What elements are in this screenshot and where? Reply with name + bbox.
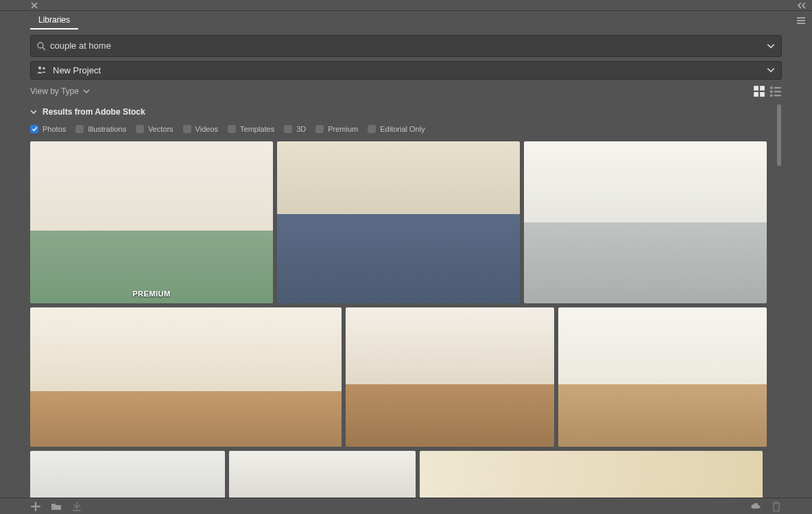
checkbox-icon <box>368 125 376 133</box>
stock-thumbnail[interactable] <box>346 307 554 447</box>
svg-point-2 <box>43 67 45 70</box>
stock-thumbnail[interactable] <box>30 307 342 447</box>
checkbox-icon <box>183 125 191 133</box>
view-options-row: View by Type <box>30 81 782 101</box>
filter-label: 3D <box>296 125 306 133</box>
result-filters: PhotosIllustrationsVectorsVideosTemplate… <box>30 121 772 137</box>
filter-label: Vectors <box>148 125 174 133</box>
library-select-label: New Project <box>53 65 766 75</box>
checkbox-icon <box>30 125 38 133</box>
tab-libraries-label: Libraries <box>38 15 70 25</box>
stock-thumbnail[interactable] <box>277 141 520 303</box>
results-scrollbar[interactable] <box>776 102 782 498</box>
chevron-down-icon <box>30 108 37 115</box>
filter-3d[interactable]: 3D <box>284 125 306 133</box>
layout-toggle <box>753 85 782 97</box>
results-scroll[interactable]: Results from Adobe Stock PhotosIllustrat… <box>30 102 776 498</box>
results-section-header[interactable]: Results from Adobe Stock <box>30 104 772 119</box>
premium-badge: PREMIUM <box>132 290 170 298</box>
checkbox-icon <box>136 125 144 133</box>
stock-thumbnail[interactable] <box>558 307 767 447</box>
panel-inner: New Project View by Type <box>30 30 782 498</box>
list-view-button[interactable] <box>769 85 782 97</box>
filter-label: Premium <box>328 125 358 133</box>
stock-thumbnail[interactable] <box>420 451 763 498</box>
filter-label: Videos <box>195 125 218 133</box>
filter-illustrations[interactable]: Illustrations <box>75 125 126 133</box>
import-button <box>71 501 82 512</box>
checkbox-icon <box>228 125 236 133</box>
open-folder-button[interactable] <box>51 501 62 512</box>
add-button[interactable] <box>30 501 41 512</box>
svg-point-1 <box>38 67 41 69</box>
filter-photos[interactable]: Photos <box>30 125 66 133</box>
svg-rect-4 <box>760 86 765 91</box>
svg-rect-9 <box>770 91 772 93</box>
checkbox-icon <box>315 125 324 133</box>
chevron-down-icon <box>83 88 90 95</box>
stock-thumbnail[interactable] <box>229 451 416 498</box>
filter-videos[interactable]: Videos <box>183 125 218 133</box>
people-icon <box>36 65 47 75</box>
svg-point-0 <box>38 43 43 48</box>
svg-rect-5 <box>754 92 759 97</box>
panel-top-strip <box>0 0 812 11</box>
svg-rect-6 <box>760 92 765 97</box>
search-icon <box>36 41 46 51</box>
results-row <box>30 307 772 447</box>
view-by-dropdown[interactable]: View by Type <box>30 86 90 96</box>
stock-thumbnail[interactable]: PREMIUM <box>30 141 273 303</box>
filter-editorial[interactable]: Editorial Only <box>368 125 425 133</box>
stock-thumbnail[interactable] <box>30 451 225 498</box>
delete-button <box>771 501 782 512</box>
filter-label: Templates <box>240 125 274 133</box>
filter-premium[interactable]: Premium <box>315 125 358 133</box>
filter-templates[interactable]: Templates <box>228 125 274 133</box>
results-row: PREMIUM <box>30 141 772 303</box>
filter-label: Editorial Only <box>380 125 425 133</box>
search-scope-dropdown-icon[interactable] <box>766 41 776 51</box>
svg-rect-10 <box>774 91 781 92</box>
svg-rect-8 <box>774 87 781 89</box>
stock-thumbnail[interactable] <box>524 141 767 303</box>
filter-vectors[interactable]: Vectors <box>136 125 174 133</box>
results-section-title: Results from Adobe Stock <box>43 107 145 117</box>
panel-menu-icon[interactable] <box>796 15 807 26</box>
results-row <box>30 451 772 498</box>
checkbox-icon <box>75 125 84 133</box>
libraries-panel: Libraries New Project <box>0 0 812 514</box>
library-select[interactable]: New Project <box>30 61 782 80</box>
svg-rect-12 <box>774 95 781 96</box>
checkbox-icon <box>284 125 292 133</box>
view-by-label: View by Type <box>30 86 79 96</box>
panel-footer <box>0 498 812 514</box>
scrollbar-thumb[interactable] <box>777 104 781 166</box>
tab-libraries[interactable]: Libraries <box>30 11 78 30</box>
results-grid: PREMIUM <box>30 141 772 498</box>
results-wrap: Results from Adobe Stock PhotosIllustrat… <box>30 102 782 498</box>
filter-label: Illustrations <box>88 125 126 133</box>
collapse-panel-icon[interactable] <box>797 1 808 10</box>
svg-rect-11 <box>770 94 772 96</box>
filter-label: Photos <box>43 125 66 133</box>
panel-tab-row: Libraries <box>0 11 812 30</box>
svg-rect-3 <box>754 86 759 91</box>
chevron-down-icon <box>766 65 776 75</box>
svg-rect-7 <box>770 86 772 89</box>
grid-view-button[interactable] <box>753 85 765 97</box>
close-icon[interactable] <box>30 1 38 10</box>
search-row <box>30 35 782 56</box>
search-input[interactable] <box>50 40 766 51</box>
cloud-sync-icon[interactable] <box>750 501 761 512</box>
